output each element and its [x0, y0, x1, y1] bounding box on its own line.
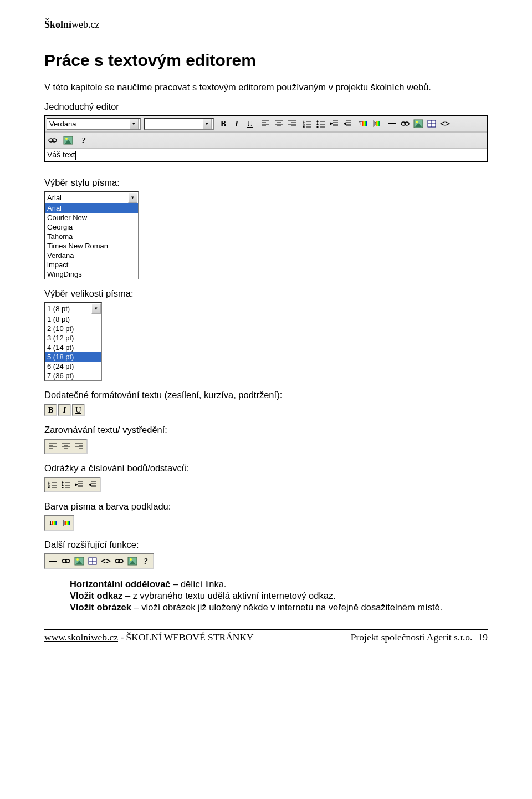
font-color-icon[interactable]: T	[357, 118, 369, 130]
font-option[interactable]: Times New Roman	[45, 241, 138, 251]
svg-rect-87	[52, 521, 57, 525]
footer-url[interactable]: www.skolniweb.cz	[44, 632, 118, 643]
hr-icon[interactable]	[47, 555, 59, 567]
italic-button[interactable]: I	[58, 404, 71, 416]
table-icon[interactable]	[86, 555, 99, 567]
source-icon[interactable]: <>	[439, 118, 451, 130]
font-option[interactable]: Courier New	[45, 213, 138, 222]
align-right-icon[interactable]	[286, 118, 298, 130]
editor-toolbar: Verdana ▾ ▾ B I U 123	[44, 115, 488, 162]
hr-icon[interactable]	[386, 118, 398, 130]
size-option[interactable]: 3 (12 pt)	[45, 333, 101, 343]
align-left-icon[interactable]	[47, 440, 59, 452]
page-footer: www.skolniweb.cz - ŠKOLNÍ WEBOVÉ STRÁNKY…	[44, 632, 488, 643]
outdent-icon[interactable]	[73, 479, 85, 491]
function-desc: – dělící linka.	[171, 579, 227, 589]
size-option[interactable]: 1 (8 pt)	[45, 314, 101, 324]
link-icon[interactable]	[47, 134, 59, 146]
underline-button[interactable]: U	[244, 118, 256, 130]
svg-marker-80	[75, 484, 78, 486]
svg-point-50	[65, 138, 68, 140]
link-icon[interactable]	[113, 555, 125, 567]
svg-point-40	[405, 122, 409, 125]
page-header: Školníweb.cz	[44, 19, 488, 33]
chevron-down-icon[interactable]: ▾	[91, 303, 101, 314]
svg-point-42	[416, 121, 418, 123]
source-icon[interactable]: <>	[100, 555, 112, 567]
font-family-select[interactable]: Verdana ▾	[47, 118, 141, 130]
svg-text:3: 3	[48, 487, 50, 488]
bold-button[interactable]: B	[44, 404, 57, 416]
function-row: Horizontální oddělovač – dělící linka.	[70, 579, 488, 589]
align-center-icon[interactable]	[273, 118, 285, 130]
font-style-options: ArialCourier NewGeorgiaTahomaTimes New R…	[45, 203, 138, 279]
font-size-selected: 1 (8 pt)	[45, 304, 91, 313]
function-name: Vložit odkaz	[70, 591, 122, 600]
align-left-icon[interactable]	[259, 118, 272, 130]
indent-icon[interactable]	[341, 118, 354, 130]
svg-point-72	[62, 485, 63, 486]
ordered-list-icon[interactable]: 123	[301, 118, 314, 130]
font-color-icon[interactable]: T	[47, 517, 59, 529]
brand-bold: Školní	[44, 19, 71, 30]
underline-button[interactable]: U	[72, 404, 85, 416]
footer-right: Projekt společnosti Agerit s.r.o.	[351, 632, 473, 643]
italic-button[interactable]: I	[231, 118, 243, 130]
page-title: Práce s textovým editorem	[44, 51, 488, 70]
section-alignment: Zarovnávání textu/ vystředění:	[44, 425, 488, 435]
image-icon[interactable]	[126, 555, 139, 567]
image-icon[interactable]	[73, 555, 85, 567]
size-option[interactable]: 2 (10 pt)	[45, 324, 101, 333]
svg-point-92	[65, 559, 70, 563]
section-simple-editor: Jednoduchý editor	[44, 101, 488, 112]
font-option[interactable]: Georgia	[45, 222, 138, 232]
svg-point-20	[317, 124, 318, 125]
size-option[interactable]: 7 (36 pt)	[45, 371, 101, 380]
svg-rect-37	[376, 121, 380, 126]
ordered-list-icon[interactable]: 123	[47, 479, 59, 491]
chevron-down-icon[interactable]: ▾	[129, 119, 139, 129]
align-center-icon[interactable]	[60, 440, 72, 452]
help-icon[interactable]: ?	[140, 555, 152, 567]
brand-rest: web.cz	[71, 19, 99, 30]
outdent-icon[interactable]	[328, 118, 340, 130]
editor-textarea[interactable]: Váš text	[45, 149, 487, 161]
align-right-icon[interactable]	[73, 440, 85, 452]
font-style-selected: Arial	[45, 194, 127, 202]
bg-color-icon[interactable]	[60, 517, 72, 529]
section-more: Další rozšiřující funkce:	[44, 540, 488, 550]
font-option[interactable]: impact	[45, 260, 138, 269]
size-option[interactable]: 6 (24 pt)	[45, 362, 101, 371]
section-font-size: Výběr velikosti písma:	[44, 288, 488, 299]
font-option[interactable]: Tahoma	[45, 232, 138, 241]
font-option[interactable]: Verdana	[45, 251, 138, 260]
size-option[interactable]: 4 (14 pt)	[45, 343, 101, 352]
svg-text:3: 3	[303, 126, 305, 128]
help-icon[interactable]: ?	[78, 134, 90, 146]
image-icon[interactable]	[412, 118, 424, 130]
function-name: Vložit obrázek	[70, 602, 131, 612]
font-option[interactable]: WingDings	[45, 269, 138, 279]
toolbar-row-1: Verdana ▾ ▾ B I U 123	[45, 116, 487, 133]
font-size-dropdown-open[interactable]: 1 (8 pt) ▾ 1 (8 pt)2 (10 pt)3 (12 pt)4 (…	[44, 302, 102, 381]
image-icon[interactable]	[62, 134, 74, 146]
link-icon[interactable]	[60, 555, 72, 567]
svg-point-94	[76, 558, 79, 561]
font-option[interactable]: Arial	[45, 203, 138, 213]
table-icon[interactable]	[426, 118, 438, 130]
font-style-dropdown-open[interactable]: Arial ▾ ArialCourier NewGeorgiaTahomaTim…	[44, 191, 139, 279]
chevron-down-icon[interactable]: ▾	[202, 119, 212, 129]
indent-icon[interactable]	[86, 479, 99, 491]
chevron-down-icon[interactable]: ▾	[128, 192, 137, 203]
bg-color-icon[interactable]	[370, 118, 382, 130]
size-option[interactable]: 5 (18 pt)	[45, 352, 101, 362]
unordered-list-icon[interactable]	[315, 118, 327, 130]
page-number: 19	[478, 632, 488, 643]
section-colors: Barva písma a barva podkladu:	[44, 501, 488, 512]
font-size-select[interactable]: ▾	[144, 118, 214, 130]
link-icon[interactable]	[399, 118, 411, 130]
unordered-list-icon[interactable]	[60, 479, 72, 491]
svg-marker-85	[89, 484, 91, 486]
bold-button[interactable]: B	[217, 118, 229, 130]
svg-rect-89	[65, 521, 70, 525]
